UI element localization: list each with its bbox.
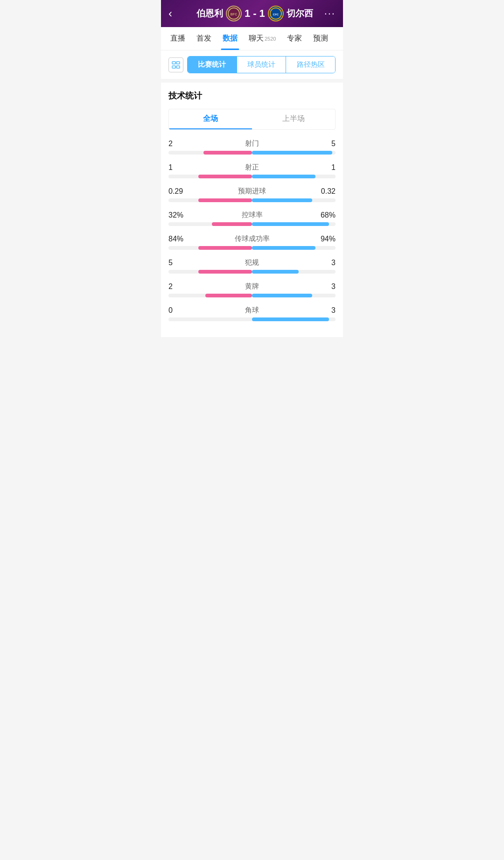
stat-right-fouls: 3 [308,259,336,267]
tab-lineup[interactable]: 首发 [191,27,217,50]
home-team-name: 伯恩利 [196,7,223,20]
stat-values-expected_goals: 0.29 预期进球 0.32 [168,187,336,196]
svg-rect-6 [172,66,175,68]
score-separator: - [253,7,256,20]
stat-bars-fouls [168,270,336,274]
stat-bars-shots_on_target [168,175,336,178]
tab-chat[interactable]: 聊天2520 [243,27,281,50]
section-title: 技术统计 [168,90,336,101]
svg-text:CFC: CFC [273,13,279,16]
stat-label-yellow_cards: 黄牌 [196,282,308,291]
stat-bars-shots [168,151,336,155]
more-button[interactable]: ··· [324,7,336,20]
back-button[interactable]: ‹ [168,7,185,20]
stat-row-yellow_cards: 2 黄牌 3 [168,282,336,297]
svg-rect-7 [176,66,180,68]
sub-tab-match-stats[interactable]: 比赛统计 [188,56,237,73]
stat-left-shots: 2 [168,140,196,148]
bar-left-expected_goals [198,198,252,202]
stat-values-possession: 32% 控球率 68% [168,211,336,219]
svg-rect-5 [176,62,180,64]
stat-right-corners: 3 [308,306,336,315]
tab-predict[interactable]: 预测 [308,27,334,50]
bar-right-corners [252,317,329,321]
stat-left-pass_accuracy: 84% [168,235,196,243]
bar-right-shots [252,151,332,155]
stats-rows: 2 射门 5 1 射正 1 0.29 预期进球 0.32 32% [168,139,336,321]
stat-values-yellow_cards: 2 黄牌 3 [168,282,336,291]
stat-right-shots_on_target: 1 [308,163,336,172]
svg-text:BFC: BFC [231,13,237,16]
stat-bars-possession [168,222,336,226]
sub-tabs-container: 比赛统计 球员统计 路径热区 [161,50,343,79]
stat-right-yellow_cards: 3 [308,282,336,291]
stat-bars-corners [168,317,336,321]
bar-right-pass_accuracy [252,246,315,250]
stat-values-pass_accuracy: 84% 传球成功率 94% [168,234,336,243]
stat-row-shots: 2 射门 5 [168,139,336,155]
match-info: 伯恩利 BFC 1 - 1 CFC 切尔西 [196,6,313,21]
stat-left-shots_on_target: 1 [168,163,196,172]
stat-row-expected_goals: 0.29 预期进球 0.32 [168,187,336,202]
bar-right-expected_goals [252,198,312,202]
bar-left-shots_on_target [198,175,252,178]
stat-left-yellow_cards: 2 [168,282,196,291]
stat-right-possession: 68% [308,211,336,219]
away-team-name: 切尔西 [287,7,313,20]
stat-label-expected_goals: 预期进球 [196,187,308,196]
svg-rect-4 [172,62,175,64]
away-team-logo: CFC [268,6,284,21]
stat-row-fouls: 5 犯规 3 [168,258,336,274]
stat-left-fouls: 5 [168,259,196,267]
bar-left-yellow_cards [205,294,252,297]
home-score: 1 [245,7,250,20]
stat-right-pass_accuracy: 94% [308,235,336,243]
stat-right-shots: 5 [308,140,336,148]
stat-values-corners: 0 角球 3 [168,306,336,315]
stat-label-shots: 射门 [196,139,308,148]
home-team-logo: BFC [226,6,242,21]
bar-right-possession [252,222,329,226]
match-score: 1 - 1 [245,7,265,20]
bar-left-possession [212,222,252,226]
stat-label-pass_accuracy: 传球成功率 [196,234,308,243]
stat-label-fouls: 犯规 [196,258,308,267]
stat-left-corners: 0 [168,306,196,315]
stat-bars-yellow_cards [168,294,336,297]
bar-right-yellow_cards [252,294,312,297]
stat-right-expected_goals: 0.32 [308,187,336,196]
stat-row-possession: 32% 控球率 68% [168,211,336,226]
stat-bars-expected_goals [168,198,336,202]
tab-data[interactable]: 数据 [217,27,243,50]
stat-bars-pass_accuracy [168,246,336,250]
sub-tabs: 比赛统计 球员统计 路径热区 [187,56,336,73]
sub-tab-heatmap[interactable]: 路径热区 [286,56,335,73]
sub-tab-player-stats[interactable]: 球员统计 [237,56,286,73]
stats-content: 技术统计 全场 上半场 2 射门 5 1 射正 1 0.29 预期进球 0.32 [161,83,343,337]
tab-expert[interactable]: 专家 [281,27,308,50]
stat-label-corners: 角球 [196,306,308,315]
stat-left-possession: 32% [168,211,196,219]
stat-values-shots: 2 射门 5 [168,139,336,148]
bar-left-pass_accuracy [198,246,252,250]
stat-row-pass_accuracy: 84% 传球成功率 94% [168,234,336,250]
period-tabs: 全场 上半场 [168,109,336,130]
stat-values-shots_on_target: 1 射正 1 [168,163,336,172]
stat-values-fouls: 5 犯规 3 [168,258,336,267]
chat-badge: 2520 [265,36,276,42]
nav-tabs: 直播 首发 数据 聊天2520 专家 预测 [161,27,343,50]
period-tab-first-half[interactable]: 上半场 [252,109,335,129]
bar-right-shots_on_target [252,175,315,178]
bar-left-fouls [198,270,252,274]
back-icon: ‹ [168,7,172,20]
away-score: 1 [259,7,265,20]
stat-row-shots_on_target: 1 射正 1 [168,163,336,178]
bar-right-fouls [252,270,299,274]
tab-live[interactable]: 直播 [165,27,191,50]
stat-row-corners: 0 角球 3 [168,306,336,321]
bar-left-shots [203,151,252,155]
stat-label-possession: 控球率 [196,211,308,219]
match-header: ‹ 伯恩利 BFC 1 - 1 CFC 切尔西 ··· [161,0,343,27]
stat-left-expected_goals: 0.29 [168,187,196,196]
period-tab-full[interactable]: 全场 [169,109,252,129]
